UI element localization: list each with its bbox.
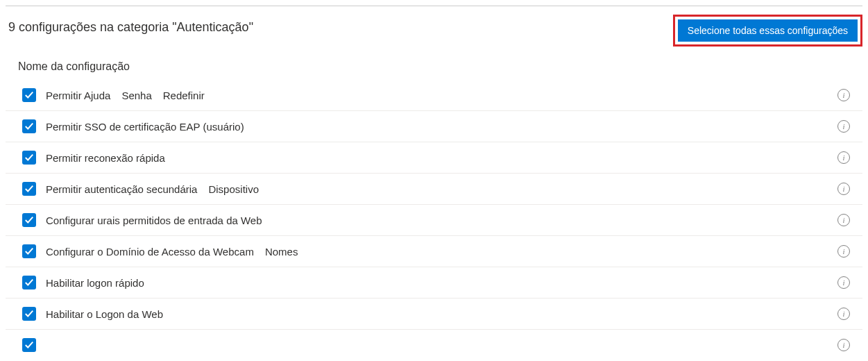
setting-row[interactable]: Permitir autenticação secundária Disposi… [6, 174, 862, 205]
setting-label: Habilitar logon rápido [46, 277, 144, 289]
setting-label: Permitir SSO de certificação EAP (usuári… [46, 121, 244, 133]
check-icon [24, 309, 34, 319]
category-heading: 9 configurações na categoria "Autenticaç… [8, 20, 253, 35]
info-icon[interactable]: i [837, 89, 850, 101]
info-icon[interactable]: i [837, 245, 850, 258]
setting-row[interactable]: Habilitar logon rápido i [6, 267, 862, 299]
setting-row[interactable]: Habilitar o Logon da Web i [6, 299, 862, 330]
info-icon[interactable]: i [837, 339, 850, 351]
select-all-button[interactable]: Selecione todas essas configurações [678, 19, 858, 42]
setting-label: Permitir reconexão rápida [46, 152, 165, 164]
checkbox-checked[interactable] [22, 119, 36, 133]
setting-label-extra: Senha [121, 90, 151, 101]
check-icon [24, 121, 34, 131]
checkbox-checked[interactable] [22, 88, 36, 102]
setting-row[interactable]: Configurar o Domínio de Acesso da Webcam… [6, 236, 862, 267]
setting-label: Permitir autenticação secundária [46, 183, 197, 195]
checkbox-checked[interactable] [22, 307, 36, 321]
setting-label: Configurar urais permitidos de entrada d… [46, 215, 262, 226]
checkbox-checked[interactable] [22, 182, 36, 196]
checkbox-checked[interactable] [22, 276, 36, 289]
setting-label-extra: Nomes [265, 246, 298, 258]
check-icon [24, 90, 34, 100]
setting-row[interactable]: Permitir reconexão rápida i [6, 142, 862, 174]
checkbox-checked[interactable] [22, 151, 36, 165]
select-all-highlight: Selecione todas essas configurações [673, 15, 862, 47]
setting-row[interactable]: Permitir Ajuda Senha Redefinir i [6, 80, 862, 111]
check-icon [24, 246, 34, 256]
checkbox-checked[interactable] [22, 244, 36, 258]
checkbox-checked[interactable] [22, 338, 36, 352]
info-icon[interactable]: i [837, 183, 850, 195]
category-text: configurações na categoria "Autenticação… [19, 20, 253, 34]
setting-row[interactable]: Configurar urais permitidos de entrada d… [6, 205, 862, 236]
check-icon [24, 340, 34, 350]
check-icon [24, 278, 34, 287]
info-icon[interactable]: i [837, 308, 850, 320]
checkbox-checked[interactable] [22, 213, 36, 227]
info-icon[interactable]: i [837, 276, 850, 289]
settings-list[interactable]: Permitir Ajuda Senha Redefinir i Permiti… [6, 80, 862, 352]
check-icon [24, 215, 34, 225]
setting-label: Configurar o Domínio de Acesso da Webcam [46, 246, 254, 258]
info-icon[interactable]: i [837, 151, 850, 164]
setting-label-extra: Dispositivo [208, 183, 259, 195]
setting-label: Permitir Ajuda [46, 90, 110, 101]
setting-row[interactable]: i [6, 330, 862, 352]
setting-label-extra2: Redefinir [163, 90, 205, 101]
settings-count: 9 [8, 20, 15, 34]
info-icon[interactable]: i [837, 120, 850, 133]
column-header-name: Nome da configuração [6, 47, 862, 80]
check-icon [24, 153, 34, 162]
setting-label: Habilitar o Logon da Web [46, 308, 163, 320]
setting-row[interactable]: Permitir SSO de certificação EAP (usuári… [6, 111, 862, 142]
info-icon[interactable]: i [837, 214, 850, 226]
check-icon [24, 184, 34, 194]
